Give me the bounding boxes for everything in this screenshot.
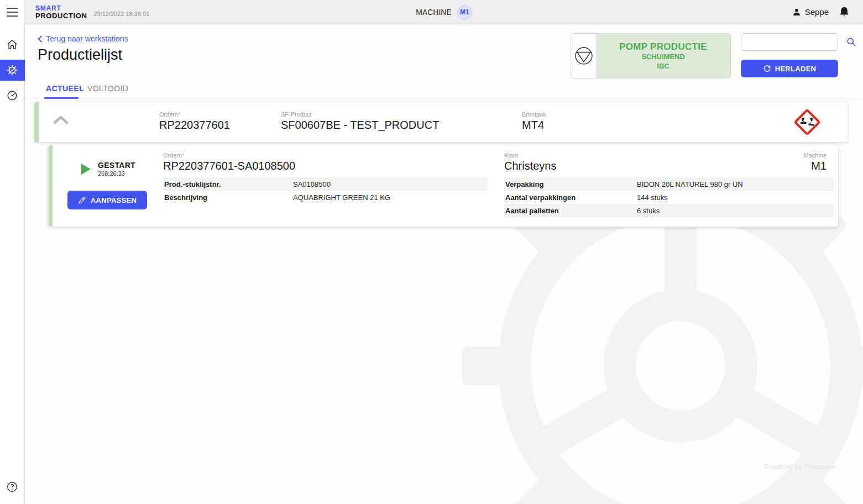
help-icon	[6, 481, 18, 493]
edit-button[interactable]: AANPASSEN	[67, 191, 147, 209]
gauge-icon	[6, 90, 18, 102]
logo-production: PRODUCTION	[35, 12, 87, 19]
status-timer: 268:26:33	[98, 170, 135, 177]
status-label: GESTART	[98, 161, 135, 170]
home-icon	[6, 39, 18, 51]
table-row: Prod.-stuklijstnr. SA0108500	[163, 177, 488, 191]
tab-actueel[interactable]: ACTUEEL	[46, 84, 84, 93]
help-button[interactable]	[0, 476, 25, 497]
hazard-corrosive-icon	[793, 108, 822, 136]
logo-smart: SMART	[35, 5, 87, 12]
table-row: Aantal verpakkingen 144 stuks	[504, 191, 834, 204]
main-content: Powered by Flagstone Terug naar werkstat…	[25, 24, 863, 504]
status-title: POMP PRODUCTIE	[619, 41, 707, 53]
search-box	[741, 33, 838, 51]
machine-chip[interactable]: M1	[457, 5, 472, 20]
refresh-icon	[763, 65, 771, 73]
sf-product-value: SF00607BE - TEST_PRODUCT	[281, 119, 439, 132]
order-number-label: Ordern°	[159, 111, 230, 118]
user-name: Seppe	[805, 7, 829, 17]
order-number-value: RP220377601	[159, 119, 230, 132]
notifications-bell-icon[interactable]	[839, 6, 850, 18]
app-logo: SMART PRODUCTION	[35, 5, 87, 19]
status-line3: IBC	[657, 62, 669, 71]
topbar: SMART PRODUCTION 23/12/2022 18:36:01 MAC…	[25, 0, 863, 24]
packaging-details-table: Verpakking BIDON 20L NATUREL 980 gr UN A…	[504, 177, 834, 217]
brontank-label: Brontank	[522, 111, 546, 118]
klant-label: Klant	[504, 152, 556, 159]
powered-by-text: Powered by Flagstone	[765, 463, 836, 471]
page-title: Productielijst	[38, 46, 122, 64]
menu-hamburger-icon[interactable]	[0, 0, 25, 24]
tabs-divider	[25, 98, 863, 98]
sf-product-label: SF-Product	[281, 111, 439, 118]
user-icon	[792, 7, 802, 17]
machine-col-label: Machine	[803, 152, 827, 159]
settings-gear-icon	[6, 64, 19, 77]
current-timestamp: 23/12/2022 18:36:01	[93, 11, 149, 17]
chevron-left-icon	[38, 35, 43, 43]
collapse-chevron-up-icon[interactable]	[53, 114, 69, 125]
table-row: Beschrijving AQUABRIGHT GREEN 21 KG	[163, 191, 488, 204]
machine-label: MACHINE	[416, 8, 452, 17]
sidebar	[0, 0, 25, 504]
machine-col-value: M1	[803, 160, 827, 172]
suborder-number-value: RP220377601-SA0108500	[163, 160, 295, 172]
table-row: Verpakking BIDON 20L NATUREL 980 gr UN	[504, 177, 834, 191]
suborder-number-label: Ordern°	[163, 152, 295, 159]
search-icon[interactable]	[846, 37, 856, 47]
status-line2: SCHUIMEND	[641, 53, 685, 61]
user-menu[interactable]: Seppe	[792, 7, 829, 17]
reload-button[interactable]: HERLADEN	[741, 60, 838, 77]
product-details-table: Prod.-stuklijstnr. SA0108500 Beschrijvin…	[163, 177, 488, 204]
back-to-workstations-link[interactable]: Terug naar werkstations	[38, 34, 128, 43]
klant-value: Christeyns	[504, 160, 556, 172]
pump-icon	[571, 34, 596, 78]
sidebar-item-home[interactable]	[0, 34, 25, 55]
production-status: GESTART 268:26:33	[80, 161, 135, 177]
play-icon	[80, 163, 91, 175]
brontank-value: MT4	[522, 119, 546, 132]
production-card: GESTART 268:26:33 AANPASSEN Ordern° RP22…	[49, 145, 838, 227]
pencil-icon	[78, 196, 86, 204]
pump-status-box[interactable]: POMP PRODUCTIE SCHUIMEND IBC	[571, 33, 731, 78]
order-group-card: Ordern° RP220377601 SF-Product SF00607BE…	[34, 102, 848, 142]
table-row: Aantal palletten 6 stuks	[504, 204, 834, 217]
tab-voltooid[interactable]: VOLTOOID	[87, 84, 128, 93]
search-input[interactable]	[741, 38, 846, 46]
sidebar-item-production[interactable]	[0, 60, 25, 81]
sidebar-item-dashboard[interactable]	[0, 85, 25, 106]
